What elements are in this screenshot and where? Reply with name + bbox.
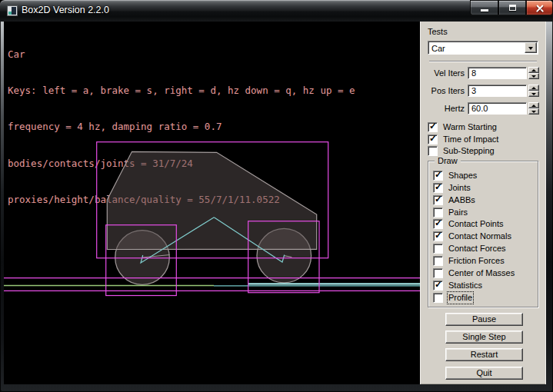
app-icon-detail bbox=[12, 7, 16, 15]
checkbox-center-of-masses[interactable]: Center of Masses bbox=[433, 267, 515, 278]
control-panel: Tests Car Vel Iters Pos Iters bbox=[420, 22, 546, 384]
hertz-label: Hertz bbox=[420, 104, 465, 113]
pos-iters-row: Pos Iters bbox=[420, 85, 540, 97]
checkbox-warm-starting[interactable]: ✓ Warm Starting bbox=[428, 121, 497, 132]
hertz-row: Hertz bbox=[420, 102, 540, 115]
checkbox-label: Center of Masses bbox=[448, 268, 515, 278]
checkbox-label: Statistics bbox=[448, 281, 482, 291]
checkbox-box: ✓ bbox=[433, 219, 443, 229]
car-chassis bbox=[107, 151, 316, 249]
arrow-down-icon bbox=[531, 111, 536, 113]
checkbox-contact-points[interactable]: ✓ Contact Points bbox=[433, 218, 504, 229]
title-bar[interactable]: Box2D Version 2.2.0 bbox=[0, 0, 553, 22]
spin-down-button[interactable] bbox=[528, 91, 539, 97]
single-step-button[interactable]: Single Step bbox=[445, 331, 523, 344]
window-controls bbox=[470, 0, 553, 16]
checkbox-label: AABBs bbox=[448, 195, 475, 205]
minimize-icon bbox=[481, 9, 488, 12]
checkbox-box bbox=[433, 268, 443, 278]
checkbox-label: Warm Starting bbox=[443, 122, 497, 132]
arrow-up-icon bbox=[531, 105, 536, 107]
checkbox-shapes[interactable]: ✓ Shapes bbox=[433, 170, 477, 181]
checkbox-label: Contact Forces bbox=[448, 244, 506, 254]
vel-iters-input[interactable] bbox=[468, 67, 527, 79]
quit-button[interactable]: Quit bbox=[445, 367, 523, 380]
arrow-up-icon bbox=[531, 69, 536, 71]
checkbox-sub-stepping[interactable]: Sub-Stepping bbox=[428, 145, 495, 156]
app-icon bbox=[7, 5, 18, 16]
checkbox-time-of-impact[interactable]: ✓ Time of Impact bbox=[428, 134, 498, 145]
physics-debug-draw bbox=[4, 22, 420, 384]
arrow-down-icon bbox=[531, 93, 536, 95]
checkbox-label: Contact Points bbox=[448, 219, 504, 229]
checkbox-box: ✓ bbox=[433, 171, 443, 181]
vel-iters-label: Vel Iters bbox=[420, 68, 465, 78]
checkbox-box: ✓ bbox=[433, 183, 443, 193]
checkbox-label: Sub-Stepping bbox=[443, 146, 495, 156]
checkbox-box bbox=[433, 256, 443, 266]
hertz-spinner bbox=[528, 102, 539, 115]
checkbox-statistics[interactable]: ✓ Statistics bbox=[433, 280, 482, 291]
tests-dropdown[interactable]: Car bbox=[428, 41, 538, 55]
checkbox-box bbox=[428, 146, 438, 156]
tests-label: Tests bbox=[428, 27, 448, 36]
minimize-button[interactable] bbox=[470, 0, 498, 15]
checkbox-contact-normals[interactable]: ✓ Contact Normals bbox=[433, 231, 511, 241]
hertz-input[interactable] bbox=[468, 102, 527, 115]
separator bbox=[429, 61, 537, 62]
checkbox-contact-forces[interactable]: Contact Forces bbox=[433, 243, 506, 254]
spin-down-button[interactable] bbox=[528, 73, 539, 79]
spin-up-button[interactable] bbox=[528, 67, 539, 73]
checkbox-box bbox=[433, 293, 443, 303]
checkbox-pairs[interactable]: Pairs bbox=[433, 207, 468, 218]
draw-groupbox-legend: Draw bbox=[435, 156, 461, 165]
checkbox-box: ✓ bbox=[428, 135, 438, 145]
checkbox-aabbs[interactable]: ✓ AABBs bbox=[433, 194, 475, 205]
checkbox-box: ✓ bbox=[428, 122, 438, 132]
checkbox-friction-forces[interactable]: Friction Forces bbox=[433, 255, 505, 266]
pos-iters-input[interactable] bbox=[468, 85, 527, 97]
spin-up-button[interactable] bbox=[528, 102, 539, 108]
simulation-canvas[interactable]: Car Keys: left = a, brake = s, right = d… bbox=[4, 22, 420, 384]
restart-button[interactable]: Restart bbox=[445, 348, 523, 361]
close-button[interactable] bbox=[526, 0, 553, 15]
spin-down-button[interactable] bbox=[528, 108, 539, 115]
pos-iters-label: Pos Iters bbox=[420, 86, 465, 95]
checkbox-profile[interactable]: Profile bbox=[433, 292, 472, 303]
checkbox-label: Time of Impact bbox=[443, 135, 498, 145]
checkbox-box bbox=[433, 208, 443, 218]
tests-dropdown-value: Car bbox=[431, 43, 445, 54]
close-icon bbox=[535, 4, 545, 13]
pos-iters-spinner bbox=[528, 85, 539, 97]
arrow-up-icon bbox=[531, 87, 536, 89]
checkbox-box: ✓ bbox=[433, 281, 443, 291]
vel-iters-row: Vel Iters bbox=[420, 67, 540, 79]
arrow-down-icon bbox=[531, 75, 536, 78]
window-content: Car Keys: left = a, brake = s, right = d… bbox=[4, 22, 546, 384]
app-icon-detail bbox=[8, 12, 12, 15]
checkbox-label: Contact Normals bbox=[448, 231, 511, 241]
checkbox-label: Joints bbox=[448, 183, 471, 193]
vel-iters-spinner bbox=[528, 67, 539, 79]
app-window: Box2D Version 2.2.0 Car Keys: left = a, … bbox=[0, 0, 553, 392]
checkbox-box: ✓ bbox=[433, 195, 443, 205]
pause-button[interactable]: Pause bbox=[445, 313, 523, 326]
maximize-icon bbox=[509, 5, 516, 11]
checkbox-box bbox=[433, 244, 443, 254]
checkbox-label: Profile bbox=[448, 293, 472, 303]
checkbox-label: Friction Forces bbox=[448, 256, 505, 266]
spin-up-button[interactable] bbox=[528, 85, 539, 91]
window-title: Box2D Version 2.2.0 bbox=[22, 0, 109, 22]
chevron-down-icon bbox=[528, 47, 533, 50]
maximize-button[interactable] bbox=[498, 0, 526, 15]
checkbox-box: ✓ bbox=[433, 231, 443, 241]
tests-dropdown-button[interactable] bbox=[525, 42, 537, 53]
checkbox-joints[interactable]: ✓ Joints bbox=[433, 182, 471, 193]
checkbox-label: Pairs bbox=[448, 208, 468, 218]
checkbox-label: Shapes bbox=[448, 171, 477, 181]
